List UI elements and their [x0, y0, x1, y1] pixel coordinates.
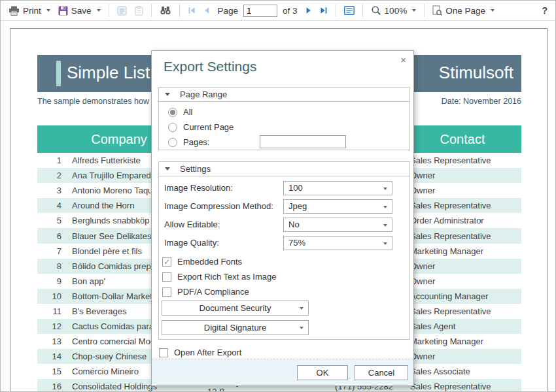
checkbox-row[interactable]: Export Rich Text as Image	[162, 269, 409, 284]
settings-field-row: Image Resolution:100	[159, 181, 409, 199]
radio-icon[interactable]	[168, 138, 177, 147]
dialog-footer: OK Cancel	[152, 359, 413, 385]
dropdown-button-label: Digital Signature	[204, 323, 266, 333]
cell-contact: Order Administrator	[410, 213, 521, 228]
cell-contact: Marketing Manager	[410, 334, 521, 349]
dropdown-button[interactable]: Digital Signature	[162, 320, 309, 335]
checkbox-row[interactable]: ✓Embedded Fonts	[162, 254, 409, 269]
caret-down-icon	[383, 206, 387, 208]
dropdown-field[interactable]: No	[283, 218, 392, 232]
toolbar-separator	[151, 4, 152, 17]
collapse-triangle-icon	[165, 93, 170, 96]
row-number: 10	[37, 289, 61, 304]
row-number: 5	[37, 213, 61, 228]
binoculars-icon	[160, 6, 171, 15]
find-button[interactable]	[160, 6, 171, 15]
dropdown-value: No	[288, 218, 300, 232]
zoom-button[interactable]: 100%	[371, 5, 417, 16]
first-page-button[interactable]	[188, 7, 196, 14]
cell-contact: Accounting Manager	[410, 289, 521, 304]
settings-dropdown-buttons: Document SecurityDigital Signature	[159, 301, 409, 335]
radio-label: Current Page	[183, 122, 234, 132]
checkbox-label: Embedded Fonts	[177, 257, 242, 267]
dropdown-value: 100	[288, 181, 303, 195]
editor-button[interactable]	[135, 6, 143, 16]
open-after-export-row[interactable]: Open After Export	[159, 348, 413, 357]
dropdown-field[interactable]: Jpeg	[283, 199, 392, 214]
next-page-button[interactable]	[305, 7, 312, 14]
row-number: 11	[37, 304, 61, 319]
dropdown-field[interactable]: 100	[283, 181, 392, 195]
save-button[interactable]: Save	[58, 6, 101, 16]
toolbar-separator	[109, 4, 109, 17]
last-page-button[interactable]	[320, 7, 328, 14]
save-label: Save	[71, 6, 92, 16]
row-number: 13	[37, 334, 61, 349]
pages-input[interactable]	[260, 135, 346, 148]
report-subtitle: The sample demonstrates how t	[37, 97, 154, 106]
open-after-export-checkbox[interactable]	[159, 348, 168, 357]
settings-label: Settings	[180, 164, 211, 174]
caret-down-icon	[383, 224, 387, 227]
cancel-button[interactable]: Cancel	[355, 365, 408, 380]
caret-down-icon	[97, 9, 101, 12]
page-number-input[interactable]	[243, 5, 277, 17]
ok-button[interactable]: OK	[297, 365, 348, 380]
radio-option[interactable]: Current Page	[159, 120, 409, 135]
viewer-area: Simple List Stimulsoft The sample demons…	[1, 21, 555, 392]
dropdown-button[interactable]: Document Security	[162, 301, 309, 316]
settings-field-row: Image Compression Method:Jpeg	[159, 199, 409, 218]
last-page-icon	[320, 7, 328, 14]
caret-down-icon	[300, 327, 304, 329]
print-button[interactable]: Print	[9, 6, 50, 16]
checkbox-row[interactable]: PDF/A Compliance	[162, 284, 409, 299]
row-number: 12	[37, 319, 61, 334]
view-mode-label: One Page	[445, 6, 485, 16]
cell-contact: Owner	[410, 349, 521, 364]
contact-column-header: Contact	[404, 125, 521, 153]
dialog-title: Export Settings	[164, 59, 413, 74]
settings-field-row: Allow Editable:No	[159, 218, 409, 236]
bookmarks-button[interactable]	[344, 6, 355, 15]
field-label: Image Compression Method:	[164, 201, 273, 211]
radio-icon[interactable]	[168, 123, 177, 132]
checkbox-icon[interactable]	[162, 287, 171, 297]
settings-section-header[interactable]: Settings	[158, 161, 410, 176]
field-label: Allow Editable:	[164, 220, 220, 229]
viewer-toolbar: Print Save	[1, 1, 555, 21]
close-icon[interactable]: ×	[400, 55, 406, 65]
accent-bar	[56, 61, 61, 86]
settings-body: Image Resolution:100Image Compression Me…	[158, 176, 410, 340]
field-label: Image Resolution:	[164, 183, 233, 193]
previous-page-button[interactable]	[203, 7, 210, 14]
row-number: 6	[37, 228, 61, 243]
toolbar-separator	[362, 4, 363, 17]
caret-down-icon	[300, 307, 304, 310]
checkbox-label: PDF/A Compliance	[177, 287, 249, 297]
help-button[interactable]: ?	[542, 5, 547, 16]
zoom-level-label: 100%	[385, 6, 408, 16]
radio-option[interactable]: Pages:	[159, 135, 409, 150]
row-number: 2	[37, 168, 61, 183]
row-number: 9	[37, 274, 61, 289]
checkbox-icon[interactable]: ✓	[162, 257, 171, 267]
report-date: Date: November 2016	[442, 97, 521, 106]
row-number: 3	[37, 183, 61, 198]
next-page-icon	[305, 7, 312, 14]
parameters-icon	[117, 6, 127, 16]
radio-option[interactable]: All	[159, 105, 409, 120]
page-number-group: Page of 3	[218, 5, 298, 17]
parameters-button[interactable]	[117, 6, 127, 16]
radio-icon[interactable]	[168, 108, 177, 117]
radio-label: All	[183, 107, 192, 117]
page-range-section-header[interactable]: Page Range	[158, 87, 410, 102]
toolbar-separator	[336, 4, 336, 17]
collapse-triangle-icon	[165, 167, 170, 171]
dropdown-field[interactable]: 75%	[283, 236, 392, 250]
cell-contact: Owner	[410, 274, 521, 289]
checkbox-icon[interactable]	[162, 272, 171, 282]
view-mode-button[interactable]: One Page	[432, 5, 495, 16]
caret-down-icon	[383, 188, 387, 190]
radio-label: Pages:	[183, 137, 209, 147]
settings-field-row: Image Quality:75%	[159, 236, 409, 254]
